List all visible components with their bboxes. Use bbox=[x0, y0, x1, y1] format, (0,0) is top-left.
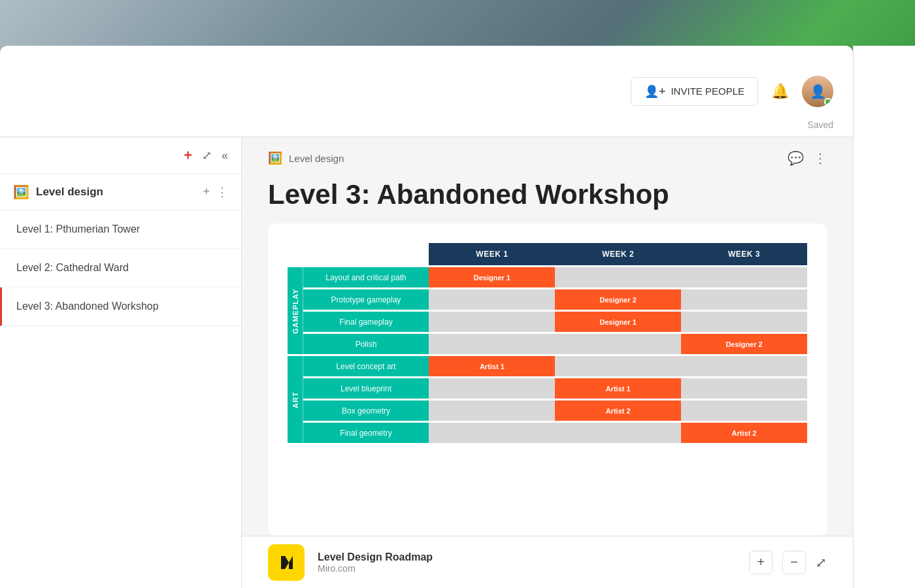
sidebar-collapse-icon[interactable]: « bbox=[222, 149, 228, 163]
gantt-cell-empty bbox=[429, 378, 555, 400]
gantt-cell-empty bbox=[681, 289, 807, 311]
gameplay-category-label: GAMEPLAY bbox=[288, 267, 303, 355]
sidebar-item-cathedral[interactable]: Level 2: Cathedral Ward bbox=[0, 249, 241, 287]
invite-button[interactable]: 👤+ INVITE PEOPLE bbox=[631, 77, 758, 106]
table-row: Polish Designer 2 bbox=[288, 333, 807, 355]
top-bar-actions: 👤+ INVITE PEOPLE 🔔 👤 bbox=[631, 76, 833, 107]
gantt-cell-empty bbox=[429, 333, 555, 355]
sidebar-item-label-1: Level 1: Pthumerian Tower bbox=[16, 223, 140, 235]
sidebar-title-icon: 🖼️ bbox=[13, 184, 29, 200]
notification-bell-icon[interactable]: 🔔 bbox=[771, 83, 789, 100]
sidebar: + ⤢ « 🖼️ Level design + ⋮ Level 1: Pthum… bbox=[0, 137, 242, 588]
main-content: 🖼️ Level design 💬 ⋮ Level 3: Abandoned W… bbox=[242, 137, 853, 588]
sidebar-item-label-2: Level 2: Cathedral Ward bbox=[16, 262, 129, 273]
comment-icon[interactable]: 💬 bbox=[788, 150, 804, 166]
task-label-polish: Polish bbox=[303, 333, 429, 355]
week1-header: WEEK 1 bbox=[429, 243, 555, 267]
gantt-cell-artist1-w1: Artist 1 bbox=[429, 355, 555, 378]
sidebar-header: 🖼️ Level design + ⋮ bbox=[0, 174, 241, 210]
sidebar-header-more-icon[interactable]: ⋮ bbox=[216, 185, 228, 199]
sidebar-add-button[interactable]: + bbox=[184, 147, 192, 164]
task-label-box-geo: Box geometry bbox=[303, 400, 429, 422]
task-label-final-geo: Final geometry bbox=[303, 422, 429, 444]
sidebar-header-actions: + ⋮ bbox=[203, 185, 228, 199]
gantt-cell-empty bbox=[681, 311, 807, 333]
table-row: GAMEPLAY Layout and critical path Design… bbox=[288, 267, 807, 289]
sidebar-item-workshop[interactable]: Level 3: Abandoned Workshop bbox=[0, 287, 241, 326]
table-row: ART Level concept art Artist 1 bbox=[288, 355, 807, 378]
gantt-cell-empty bbox=[429, 422, 555, 444]
gantt-cell-empty bbox=[429, 289, 555, 311]
table-row: Level blueprint Artist 1 bbox=[288, 378, 807, 400]
page-header: 🖼️ Level design 💬 ⋮ bbox=[242, 137, 853, 176]
miro-logo bbox=[268, 544, 305, 581]
gantt-cell-designer2-w2: Designer 2 bbox=[555, 289, 681, 311]
sidebar-title: Level design bbox=[36, 186, 196, 199]
week3-header: WEEK 3 bbox=[681, 243, 807, 267]
gantt-cell-empty bbox=[555, 355, 681, 378]
bottom-bar-info: Level Design Roadmap Miro.com bbox=[318, 551, 433, 574]
task-label-layout: Layout and critical path bbox=[303, 267, 429, 289]
online-status-dot bbox=[824, 98, 832, 106]
gantt-cell-empty bbox=[555, 333, 681, 355]
gantt-cell-empty bbox=[555, 422, 681, 444]
gantt-chart-container: WEEK 1 WEEK 2 WEEK 3 GAMEPLAY Layout and… bbox=[268, 223, 827, 536]
bottom-bar-subtitle: Miro.com bbox=[318, 563, 433, 574]
gantt-cell-empty bbox=[681, 400, 807, 422]
gantt-cell-artist1-w2: Artist 1 bbox=[555, 378, 681, 400]
gantt-cell-designer1-w1: Designer 1 bbox=[429, 267, 555, 289]
breadcrumb-icon: 🖼️ bbox=[268, 151, 282, 165]
fullscreen-button[interactable]: ⤢ bbox=[816, 555, 827, 570]
bottom-bar-title: Level Design Roadmap bbox=[318, 551, 433, 563]
week2-header: WEEK 2 bbox=[555, 243, 681, 267]
gantt-table: WEEK 1 WEEK 2 WEEK 3 GAMEPLAY Layout and… bbox=[288, 243, 807, 445]
task-label-final-gameplay: Final gameplay bbox=[303, 311, 429, 333]
bottom-bar: Level Design Roadmap Miro.com + − ⤢ bbox=[242, 536, 853, 588]
table-row: Final gameplay Designer 1 bbox=[288, 311, 807, 333]
task-label-blueprint: Level blueprint bbox=[303, 378, 429, 400]
task-label-concept: Level concept art bbox=[303, 355, 429, 378]
table-row: Final geometry Artist 2 bbox=[288, 422, 807, 444]
content-area: + ⤢ « 🖼️ Level design + ⋮ Level 1: Pthum… bbox=[0, 137, 853, 588]
zoom-in-button[interactable]: + bbox=[749, 551, 773, 574]
right-panel bbox=[853, 46, 915, 588]
main-container: 👤+ INVITE PEOPLE 🔔 👤 Saved + ⤢ « 🖼️ Leve… bbox=[0, 46, 853, 588]
gantt-cell-artist2-w3: Artist 2 bbox=[681, 422, 807, 444]
gantt-cell-empty bbox=[681, 267, 807, 289]
breadcrumb-text: Level design bbox=[289, 153, 344, 164]
top-bar: 👤+ INVITE PEOPLE 🔔 👤 Saved bbox=[0, 46, 853, 137]
gantt-cell-empty bbox=[429, 311, 555, 333]
sidebar-expand-icon[interactable]: ⤢ bbox=[202, 148, 212, 163]
sidebar-item-label-3: Level 3: Abandoned Workshop bbox=[16, 301, 159, 312]
task-label-prototype: Prototype gameplay bbox=[303, 289, 429, 311]
gantt-cell-designer2-w3: Designer 2 bbox=[681, 333, 807, 355]
sidebar-header-add-icon[interactable]: + bbox=[203, 185, 210, 199]
sidebar-item-pthumerian[interactable]: Level 1: Pthumerian Tower bbox=[0, 210, 241, 249]
invite-person-icon: 👤+ bbox=[644, 84, 666, 99]
saved-status: Saved bbox=[807, 120, 833, 130]
zoom-out-button[interactable]: − bbox=[782, 551, 806, 574]
gantt-cell-artist2-w2: Artist 2 bbox=[555, 400, 681, 422]
gantt-cell-empty bbox=[681, 378, 807, 400]
art-category-label: ART bbox=[288, 355, 303, 444]
miro-logo-svg bbox=[274, 551, 298, 574]
table-row: Box geometry Artist 2 bbox=[288, 400, 807, 422]
gantt-cell-empty bbox=[681, 355, 807, 378]
gantt-cell-empty bbox=[555, 267, 681, 289]
user-avatar[interactable]: 👤 bbox=[802, 76, 833, 107]
bottom-bar-actions: + − ⤢ bbox=[749, 551, 827, 574]
more-options-icon[interactable]: ⋮ bbox=[814, 150, 827, 166]
gantt-cell-empty bbox=[429, 400, 555, 422]
gantt-cell-designer1-w2: Designer 1 bbox=[555, 311, 681, 333]
table-row: Prototype gameplay Designer 2 bbox=[288, 289, 807, 311]
sidebar-toolbar: + ⤢ « bbox=[0, 137, 241, 174]
page-title: Level 3: Abandoned Workshop bbox=[242, 176, 853, 223]
invite-label: INVITE PEOPLE bbox=[671, 86, 744, 97]
page-header-actions: 💬 ⋮ bbox=[788, 150, 827, 166]
